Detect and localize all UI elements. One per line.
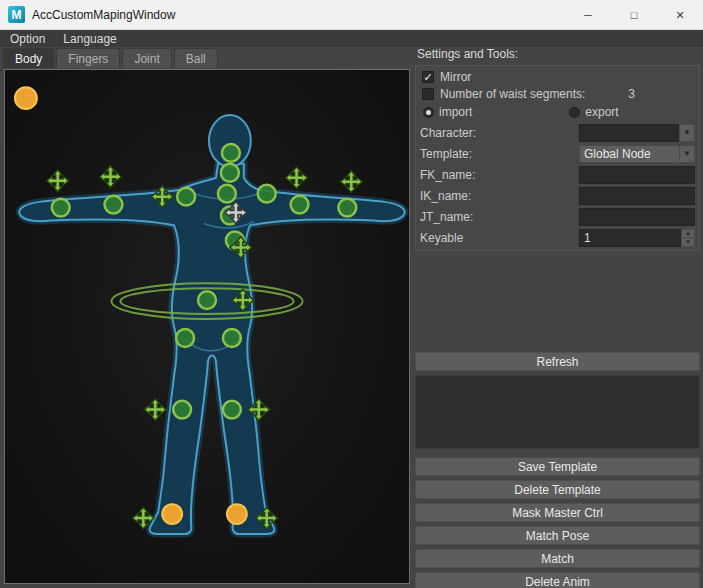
close-button[interactable]: ✕ [657,0,703,30]
jt-name-label: JT_name: [420,210,473,224]
waist-segments-row: ✓ Number of waist segments: 3 [420,86,695,102]
action-buttons: Save Template Delete Template Mask Maste… [415,457,700,588]
joint-marker[interactable] [52,199,70,217]
joint-marker[interactable] [338,199,356,217]
foot-joint-marker[interactable] [227,504,247,524]
move-cross-icon[interactable] [286,167,308,189]
import-radio[interactable] [423,107,434,118]
save-template-button[interactable]: Save Template [415,457,700,476]
joint-marker[interactable] [198,291,216,309]
corner-marker[interactable] [15,87,37,109]
joint-marker[interactable] [176,329,194,347]
character-label: Character: [420,126,476,140]
chevron-down-icon[interactable]: ▼ [679,124,695,142]
window-controls: ─ □ ✕ [565,0,703,30]
delete-anim-button[interactable]: Delete Anim [415,572,700,588]
joint-marker[interactable] [218,185,236,203]
joint-marker[interactable] [173,401,191,419]
keyable-spinner: ▲ ▼ [579,229,695,247]
joint-marker[interactable] [177,188,195,206]
template-label: Template: [420,147,472,161]
character-dropdown-value [579,124,679,142]
mirror-label: Mirror [440,70,471,84]
ik-name-label: IK_name: [420,189,471,203]
keyable-input[interactable] [579,229,681,247]
character-dropdown[interactable]: ▼ [579,124,695,142]
menu-language[interactable]: Language [63,32,116,46]
match-button[interactable]: Match [415,549,700,568]
waist-segments-label: Number of waist segments: [440,87,585,101]
template-dropdown[interactable]: Global Node ▼ [579,145,695,163]
joint-marker[interactable] [291,196,309,214]
delete-template-button[interactable]: Delete Template [415,480,700,499]
joint-marker[interactable] [223,401,241,419]
foot-joint-marker[interactable] [162,504,182,524]
ik-name-row: IK_name: [420,185,695,206]
menu-bar: Option Language [0,30,703,47]
tab-ball[interactable]: Ball [174,48,218,68]
template-row: Template: Global Node ▼ [420,143,695,164]
fk-name-input[interactable] [579,166,695,184]
title-bar: M AccCustomMapingWindow ─ □ ✕ [0,0,703,30]
mirror-row: ✓ Mirror [420,69,695,85]
tab-fingers[interactable]: Fingers [56,48,120,68]
check-icon: ✓ [423,72,432,82]
waist-segments-checkbox[interactable]: ✓ [422,88,434,100]
ik-name-input[interactable] [579,187,695,205]
move-cross-icon[interactable] [47,170,69,192]
match-pose-button[interactable]: Match Pose [415,526,700,545]
export-label: export [585,105,618,119]
keyable-spin-buttons: ▲ ▼ [681,229,695,247]
mask-master-ctrl-button[interactable]: Mask Master Ctrl [415,503,700,522]
template-list[interactable] [415,375,700,449]
move-cross-icon[interactable] [340,171,362,193]
jt-name-row: JT_name: [420,206,695,227]
import-label: import [439,105,472,119]
menu-option[interactable]: Option [10,32,45,46]
spin-down-icon[interactable]: ▼ [681,238,695,247]
keyable-row: Keyable ▲ ▼ [420,227,695,248]
tab-body[interactable]: Body [3,48,54,68]
minimize-button[interactable]: ─ [565,0,611,30]
move-cross-icon[interactable] [144,399,166,421]
settings-header: Settings and Tools: [415,47,700,65]
keyable-label: Keyable [420,231,463,245]
fk-name-row: FK_name: [420,164,695,185]
window-title: AccCustomMapingWindow [32,8,175,22]
jt-name-input[interactable] [579,208,695,226]
joint-marker[interactable] [105,196,123,214]
spin-up-icon[interactable]: ▲ [681,229,695,239]
tab-bar: Body Fingers Joint Ball [0,47,412,68]
body-mapping-canvas[interactable] [4,69,410,584]
settings-panel: Settings and Tools: ✓ Mirror ✓ Number of… [415,47,700,588]
tab-joint[interactable]: Joint [122,48,171,68]
chevron-down-icon[interactable]: ▼ [679,145,695,163]
maya-app-icon: M [8,6,25,23]
settings-group: ✓ Mirror ✓ Number of waist segments: 3 i… [415,65,700,251]
joint-marker[interactable] [223,329,241,347]
template-dropdown-value: Global Node [579,145,679,163]
fk-name-label: FK_name: [420,168,475,182]
maximize-button[interactable]: □ [611,0,657,30]
character-row: Character: ▼ [420,122,695,143]
body-silhouette [19,115,404,534]
joint-marker[interactable] [222,144,240,162]
mirror-checkbox[interactable]: ✓ [422,71,434,83]
import-export-row: import export [420,103,695,121]
refresh-button[interactable]: Refresh [415,352,700,371]
body-canvas-svg [5,70,409,583]
app-window: M AccCustomMapingWindow ─ □ ✕ Option Lan… [0,0,703,588]
joint-marker[interactable] [258,185,276,203]
move-cross-icon[interactable] [100,166,122,188]
joint-marker[interactable] [221,164,239,182]
waist-segments-value: 3 [628,87,635,101]
export-radio[interactable] [569,107,580,118]
